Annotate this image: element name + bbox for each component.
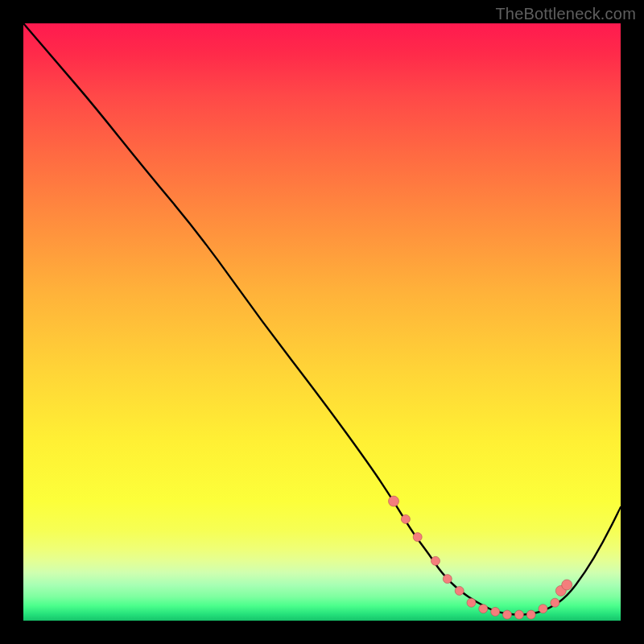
curve-marker	[503, 610, 512, 619]
bottleneck-curve	[23, 23, 621, 615]
chart-stage: TheBottleneck.com	[0, 0, 644, 644]
curve-marker	[431, 556, 440, 565]
curve-marker	[526, 610, 535, 619]
curve-svg	[23, 23, 621, 621]
curve-marker	[401, 514, 410, 523]
curve-marker	[467, 598, 476, 607]
curve-marker	[514, 610, 523, 619]
curve-marker	[479, 605, 488, 613]
curve-marker	[455, 586, 464, 595]
curve-marker	[443, 575, 452, 584]
curve-marker	[539, 605, 547, 613]
curve-marker	[491, 607, 500, 616]
curve-marker	[551, 598, 559, 607]
curve-marker	[413, 533, 422, 542]
plot-area	[23, 23, 621, 621]
watermark-label: TheBottleneck.com	[495, 5, 636, 23]
marker-group	[389, 496, 572, 619]
curve-marker	[562, 580, 572, 590]
curve-marker	[389, 496, 399, 506]
